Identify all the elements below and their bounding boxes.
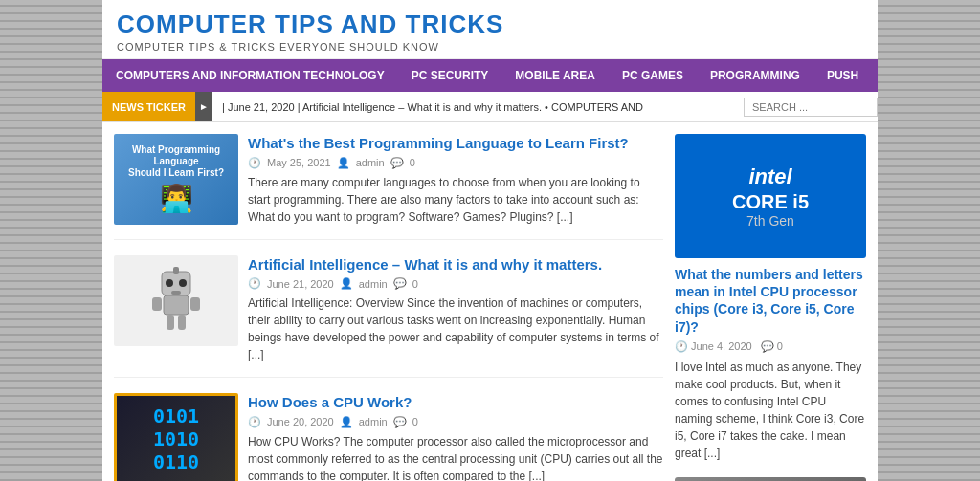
svg-rect-6 [190, 297, 200, 311]
svg-rect-3 [171, 291, 181, 295]
post-author-icon: 👤 [337, 157, 350, 169]
nav-item-mobile[interactable]: MOBILE AREA [501, 59, 609, 92]
intel-core: CORE i5 [732, 191, 809, 213]
post-author: admin [356, 157, 385, 168]
post-author-icon: 👤 [340, 416, 353, 428]
sidebar-secondary-image: ICALLY IT IS POSSIBLE.. BUT, C'MON [675, 477, 866, 481]
sidebar-featured-image: intel CORE i5 7th Gen [675, 134, 866, 258]
cpu-binary-line1: 0101 [153, 404, 199, 427]
post-excerpt: How CPU Works? The computer processor al… [248, 433, 663, 482]
sidebar-post-comments: 0 [777, 340, 783, 352]
nav-item-games[interactable]: PC GAMES [609, 59, 697, 92]
post-date-icon: 🕐 [248, 157, 261, 169]
site-subtitle: COMPUTER TIPS & TRICKS EVERYONE SHOULD K… [117, 41, 863, 53]
post-title[interactable]: How Does a CPU Work? [248, 393, 663, 412]
nav-item-push[interactable]: PUSH [813, 59, 872, 92]
main-nav: COMPUTERS AND INFORMATION TECHNOLOGY PC … [102, 59, 878, 92]
sidebar-post-excerpt: I love Intel as much as anyone. They mak… [675, 359, 866, 462]
search-input[interactable] [744, 98, 878, 117]
post-date-icon: 🕐 [248, 277, 261, 290]
nav-item-computers[interactable]: COMPUTERS AND INFORMATION TECHNOLOGY [102, 59, 398, 92]
post-date: May 25, 2021 [267, 157, 331, 168]
svg-rect-4 [164, 295, 189, 315]
thumb-figure: 👨‍💻 [160, 183, 193, 214]
post-excerpt: There are many computer languages to cho… [248, 174, 663, 226]
sidebar-post-meta: 🕐 June 4, 2020 💬 0 [675, 340, 866, 353]
post-author-icon: 👤 [340, 277, 353, 290]
list-item: Artificial Intelligence – What it is and… [114, 255, 663, 379]
sidebar: intel CORE i5 7th Gen What the numbers a… [675, 134, 866, 481]
post-title[interactable]: Artificial Intelligence – What it is and… [248, 255, 663, 274]
post-comments: 0 [412, 416, 418, 427]
news-ticker-bar: NEWS TICKER ► | June 21, 2020 | Artifici… [102, 92, 878, 122]
site-title: COMPUTER TIPS AND TRICKS [117, 10, 863, 39]
svg-rect-8 [178, 315, 186, 330]
sidebar-date-icon: 🕐 [675, 340, 688, 352]
post-comments-icon: 💬 [390, 157, 404, 169]
svg-rect-7 [167, 315, 174, 330]
post-date-icon: 🕐 [248, 416, 261, 428]
ticker-content: | June 21, 2020 | Artificial Intelligenc… [212, 101, 744, 113]
sidebar-widget-monkey: ICALLY IT IS POSSIBLE.. BUT, C'MON [675, 477, 866, 481]
post-body: Artificial Intelligence – What it is and… [248, 255, 663, 364]
ticker-label: NEWS TICKER [102, 92, 195, 121]
post-author: admin [359, 416, 388, 427]
ticker-arrow-icon[interactable]: ► [195, 92, 212, 121]
post-thumbnail [114, 255, 238, 346]
post-meta: 🕐 June 21, 2020 👤 admin 💬 0 [248, 277, 663, 290]
posts-column: What Programming LanguageShould I Learn … [114, 134, 663, 481]
nav-item-security[interactable]: PC SECURITY [398, 59, 502, 92]
post-comments-icon: 💬 [393, 277, 407, 290]
cpu-binary-line3: 0110 [153, 450, 199, 473]
svg-rect-9 [173, 267, 179, 274]
list-item: 0101 1010 0110 How Does a CPU Work? 🕐 Ju… [114, 393, 663, 481]
svg-rect-5 [152, 297, 162, 311]
post-meta: 🕐 May 25, 2021 👤 admin 💬 0 [248, 157, 663, 169]
svg-point-2 [179, 279, 187, 287]
post-author: admin [359, 278, 388, 290]
cpu-binary-line2: 1010 [153, 427, 199, 450]
sidebar-post-date: June 4, 2020 [691, 340, 752, 352]
post-date: June 20, 2020 [267, 416, 334, 427]
post-thumbnail: 0101 1010 0110 [114, 393, 238, 481]
post-comments-icon: 💬 [393, 416, 407, 428]
sidebar-comments-icon: 💬 [761, 340, 774, 352]
post-thumbnail: What Programming LanguageShould I Learn … [114, 134, 238, 225]
nav-item-programming[interactable]: PROGRAMMING [697, 59, 813, 92]
post-body: How Does a CPU Work? 🕐 June 20, 2020 👤 a… [248, 393, 663, 481]
sidebar-widget-intel: intel CORE i5 7th Gen What the numbers a… [675, 134, 866, 462]
list-item: What Programming LanguageShould I Learn … [114, 134, 663, 240]
site-header: COMPUTER TIPS AND TRICKS COMPUTER TIPS &… [102, 0, 878, 59]
ai-robot-icon [143, 262, 210, 339]
svg-point-1 [166, 279, 173, 287]
post-meta: 🕐 June 20, 2020 👤 admin 💬 0 [248, 416, 663, 428]
post-excerpt: Artificial Intelligence: Overview Since … [248, 295, 663, 363]
post-comments: 0 [412, 278, 418, 290]
post-title[interactable]: What's the Best Programming Language to … [248, 134, 663, 153]
post-date: June 21, 2020 [267, 278, 334, 290]
post-comments: 0 [410, 157, 415, 168]
sidebar-post-title[interactable]: What the numbers and letters mean in Int… [675, 266, 866, 336]
intel-logo: intel [748, 164, 791, 189]
intel-gen: 7th Gen [746, 213, 794, 229]
thumb-label: What Programming LanguageShould I Learn … [120, 144, 233, 179]
main-content-area: What Programming LanguageShould I Learn … [102, 122, 878, 481]
post-body: What's the Best Programming Language to … [248, 134, 663, 226]
